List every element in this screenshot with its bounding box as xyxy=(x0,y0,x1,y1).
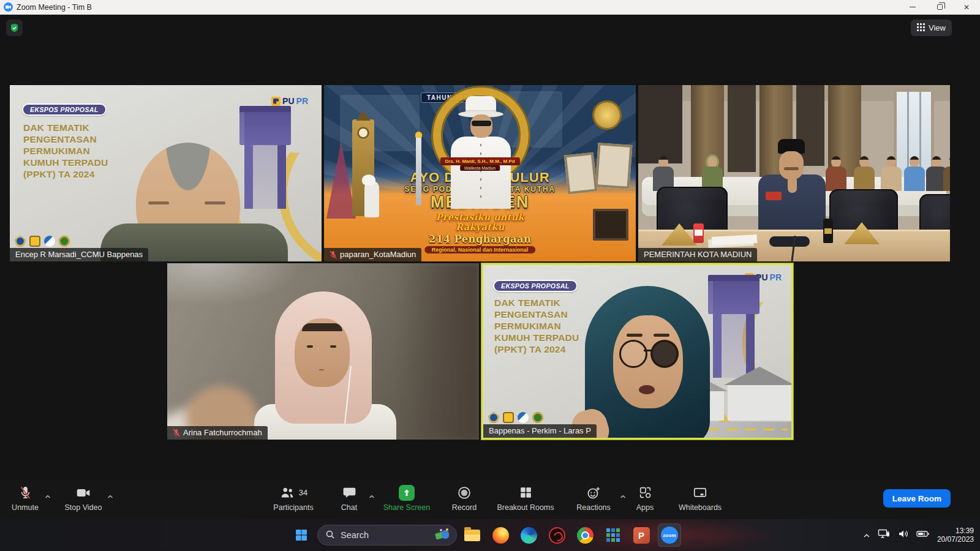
chevron-up-icon[interactable] xyxy=(107,490,113,501)
mayor-hat xyxy=(466,96,496,114)
edge-icon[interactable] xyxy=(517,523,540,547)
zoom-app-icon xyxy=(4,2,13,12)
slide-title-line: DAK TEMATIK xyxy=(23,122,108,133)
participant-nameplate: Encep R Marsadi_CCMU Bappenas xyxy=(10,248,148,261)
search-highlights-icon[interactable] xyxy=(434,528,449,542)
mayor-face xyxy=(470,114,492,138)
record-icon xyxy=(456,484,472,501)
eiffel-tower-graphic xyxy=(326,141,356,219)
restore-button[interactable] xyxy=(926,0,953,14)
share-screen-button[interactable]: Share Screen xyxy=(379,484,435,512)
volume-icon[interactable] xyxy=(898,529,909,541)
tray-chevron-up-icon[interactable] xyxy=(863,530,870,541)
mayor-hand xyxy=(788,176,797,193)
reactions-button[interactable]: Reactions xyxy=(569,484,618,512)
room-dark-corner xyxy=(638,85,682,163)
leave-room-button[interactable]: Leave Room xyxy=(883,489,951,508)
watchtower-graphic xyxy=(703,275,764,378)
attendee xyxy=(881,156,902,194)
grid-app-icon[interactable] xyxy=(601,523,625,547)
kemendagri-logo xyxy=(532,412,543,423)
wall-panel xyxy=(728,85,756,172)
attendee xyxy=(904,156,925,194)
red-app-icon[interactable] xyxy=(545,523,568,547)
participant-name: Bappenas - Perkim - Laras P xyxy=(489,426,591,435)
speakerphone xyxy=(769,236,810,247)
close-button[interactable]: ✕ xyxy=(953,0,980,14)
start-button[interactable] xyxy=(293,527,310,544)
video-tile-paparan[interactable]: TAHUN 2022 Drs. H. Maidi, S.H., M.M., M.… xyxy=(324,85,636,261)
battery-icon[interactable] xyxy=(916,530,930,541)
window-controls: ✕ xyxy=(899,0,980,14)
security-shield-icon[interactable] xyxy=(6,20,23,36)
chat-button[interactable]: Chat xyxy=(331,484,367,512)
powerpoint-icon[interactable]: P xyxy=(630,523,653,547)
pupr-mini-logo xyxy=(503,412,514,423)
participants-icon: 34 xyxy=(279,484,307,501)
participant-name: paparan_KotaMadiun xyxy=(340,250,416,259)
chevron-up-icon[interactable] xyxy=(369,490,375,501)
participant-nameplate: Bappenas - Perkim - Laras P xyxy=(483,424,597,438)
title-bar: Zoom Meeting - Tim B ✕ xyxy=(0,0,980,15)
video-tile-laras-active-speaker[interactable]: EKSPOS PROPOSAL DAK TEMATIK PENGENTASAN … xyxy=(481,263,793,440)
zoom-meeting-window: Zoom Meeting - Tim B ✕ View EKSPOS PROPO… xyxy=(0,0,980,551)
stop-video-label: Stop Video xyxy=(65,503,102,512)
slide-badge: EKSPOS PROPOSAL xyxy=(493,280,578,292)
chevron-up-icon[interactable] xyxy=(45,490,51,501)
video-tile-arina[interactable]: Arina Fatchurrochmah xyxy=(167,263,479,440)
minimize-button[interactable] xyxy=(899,0,926,14)
slide-badge: EKSPOS PROPOSAL xyxy=(22,103,107,116)
slide-title-line: PERMUKIMAN xyxy=(23,145,108,157)
bottle xyxy=(823,219,833,243)
participants-button[interactable]: 34 Participants xyxy=(267,484,320,512)
taskbar-search-input[interactable]: Search xyxy=(317,525,457,545)
chevron-up-icon[interactable] xyxy=(620,490,626,501)
unmute-button[interactable]: Unmute xyxy=(7,484,43,512)
banner-award-text: 214 Penghargaan xyxy=(324,233,636,245)
network-icon[interactable] xyxy=(878,528,891,542)
gold-medal-graphic xyxy=(594,102,620,128)
video-tile-pemkot-madiun[interactable]: PEMERINTAH KOTA MADIUN xyxy=(638,85,950,261)
share-screen-label: Share Screen xyxy=(383,503,430,512)
view-button-label: View xyxy=(929,23,946,32)
mayor-name-ribbon: Drs. H. Maidi, S.H., M.M., M.Pd xyxy=(440,157,519,165)
institution-logos xyxy=(15,236,70,247)
participant-name: Arina Fatchurrochmah xyxy=(183,428,262,437)
institution-logos xyxy=(488,412,543,423)
pupr-logo-pr: PR xyxy=(296,96,308,106)
whiteboards-button[interactable]: Whiteboards xyxy=(672,484,728,512)
clock-date: 20/07/2023 xyxy=(937,535,974,544)
mayor-sunglasses xyxy=(472,121,491,126)
house-roof xyxy=(724,365,793,385)
slide-title-line: PERMUKIMAN xyxy=(494,320,579,332)
muted-mic-icon xyxy=(330,250,337,259)
view-grid-icon xyxy=(917,23,925,33)
conference-room-background xyxy=(638,85,950,261)
banner-award-subtext: Regional, Nasional dan Internasional xyxy=(424,246,536,253)
participant-name: PEMERINTAH KOTA MADIUN xyxy=(644,250,752,259)
chrome-icon[interactable] xyxy=(573,523,597,547)
taskbar-clock[interactable]: 13:39 20/07/2023 xyxy=(937,527,974,544)
stop-video-button[interactable]: Stop Video xyxy=(61,484,105,512)
participant-name: Encep R Marsadi_CCMU Bappenas xyxy=(15,250,143,259)
banner-background: TAHUN 2022 Drs. H. Maidi, S.H., M.M., M.… xyxy=(324,85,636,261)
slide-title-line: KUMUH TERPADU xyxy=(494,332,579,343)
firefox-icon[interactable] xyxy=(489,523,512,547)
apps-button[interactable]: Apps xyxy=(630,484,660,512)
record-button[interactable]: Record xyxy=(447,484,482,512)
pupr-mini-logo xyxy=(29,236,40,247)
mayor-title-ribbon: Walikota Madiun xyxy=(460,165,500,171)
view-button[interactable]: View xyxy=(911,20,952,36)
breakout-rooms-label: Breakout Rooms xyxy=(497,503,554,512)
video-tile-encep[interactable]: EKSPOS PROPOSAL DAK TEMATIK PENGENTASAN … xyxy=(10,85,322,261)
bappenas-logo xyxy=(518,412,529,423)
zoom-taskbar-icon[interactable]: zoom xyxy=(658,523,681,547)
zoom-toolbar: Unmute Stop Video 34 Participants Chat xyxy=(0,480,980,519)
breakout-rooms-button[interactable]: Breakout Rooms xyxy=(494,484,557,512)
whiteboards-label: Whiteboards xyxy=(679,503,722,512)
kemenkeu-logo xyxy=(15,236,26,247)
banner-script-2: Rakyatku xyxy=(324,222,636,233)
ceiling-light-blur xyxy=(167,263,302,306)
file-explorer-icon[interactable] xyxy=(461,523,484,547)
slide-title-line: (PPKT) TA 2024 xyxy=(494,343,579,355)
